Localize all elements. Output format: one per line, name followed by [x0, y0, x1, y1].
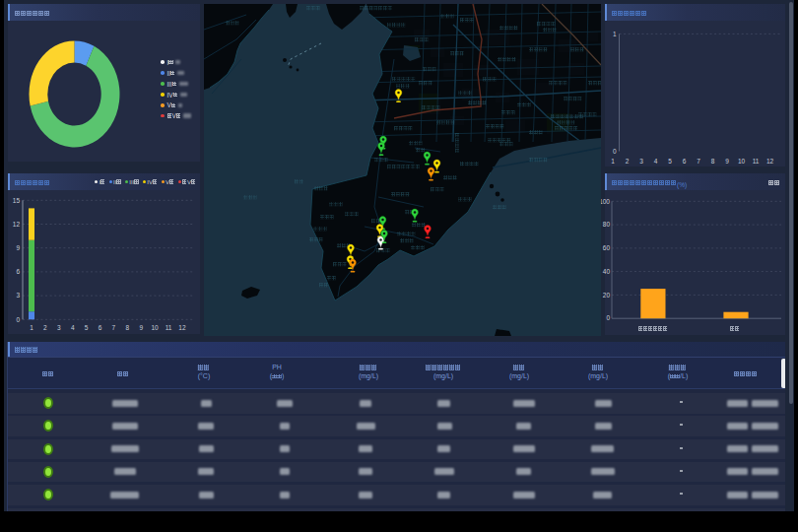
svg-text:3: 3	[57, 324, 61, 331]
svg-text:12: 12	[13, 221, 21, 228]
svg-text:60: 60	[603, 244, 611, 251]
svg-text:9: 9	[139, 324, 143, 331]
svg-text:11: 11	[753, 158, 760, 165]
svg-text:9: 9	[16, 244, 20, 251]
svg-text:12: 12	[766, 158, 774, 165]
svg-text:9: 9	[725, 158, 729, 165]
svg-text:40: 40	[603, 268, 611, 275]
svg-text:6: 6	[16, 268, 20, 275]
svg-text:1: 1	[611, 158, 615, 165]
svg-text:10: 10	[151, 324, 159, 331]
svg-text:11: 11	[166, 324, 172, 331]
svg-text:4: 4	[71, 324, 75, 331]
svg-text:80: 80	[603, 221, 611, 228]
svg-text:6: 6	[683, 158, 687, 165]
svg-text:0: 0	[613, 148, 617, 155]
svg-text:1: 1	[30, 324, 33, 331]
svg-text:2: 2	[43, 324, 47, 331]
svg-text:8: 8	[711, 158, 715, 165]
svg-text:2: 2	[626, 158, 630, 165]
svg-text:0: 0	[606, 314, 610, 321]
svg-text:15: 15	[13, 197, 21, 204]
svg-text:1: 1	[613, 31, 617, 37]
svg-text:20: 20	[603, 292, 611, 299]
svg-text:12: 12	[178, 324, 186, 331]
svg-text:3: 3	[639, 158, 643, 165]
svg-text:3: 3	[16, 292, 20, 299]
svg-text:10: 10	[738, 158, 746, 165]
svg-text:0: 0	[16, 316, 20, 323]
svg-text:7: 7	[112, 324, 116, 331]
svg-text:5: 5	[85, 324, 89, 331]
svg-text:7: 7	[697, 158, 700, 165]
svg-text:6: 6	[99, 324, 102, 331]
svg-text:4: 4	[654, 158, 658, 165]
svg-text:5: 5	[668, 158, 672, 165]
svg-text:8: 8	[125, 324, 129, 331]
